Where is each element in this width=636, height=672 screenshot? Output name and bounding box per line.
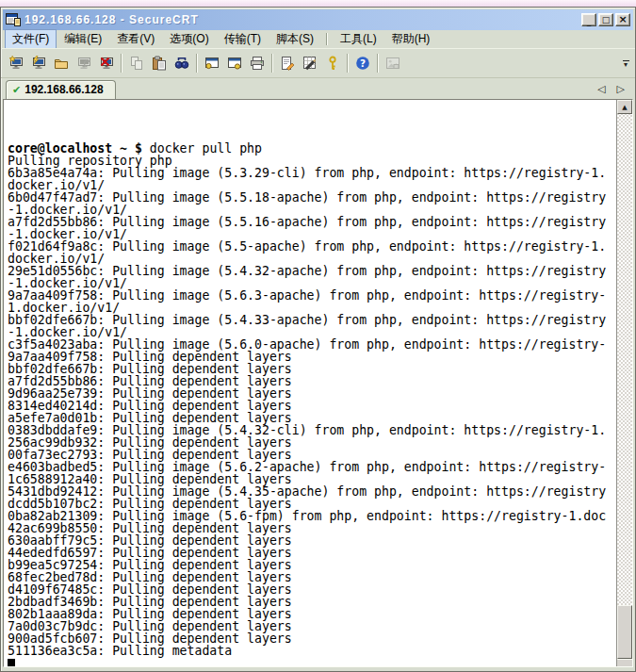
connect-in-tab-icon (54, 56, 69, 71)
print-icon (250, 56, 265, 71)
menu-item-t[interactable]: 传输(T) (217, 29, 269, 49)
close-button[interactable]: × (615, 13, 630, 26)
toolbar-separator (377, 54, 379, 73)
session-window-icon (227, 56, 242, 71)
security-key-button[interactable] (321, 52, 344, 74)
toolbar-overflow-button[interactable]: ▾ (620, 53, 631, 74)
terminal-area: core@localhost ~ $ docker pull phpPullin… (3, 99, 633, 667)
find-icon (174, 56, 189, 71)
reconnect-button (73, 52, 95, 74)
terminal-cursor (8, 659, 15, 666)
close-icon: × (618, 15, 627, 25)
terminal-output[interactable]: core@localhost ~ $ docker pull phpPullin… (5, 100, 615, 666)
security-key-icon (325, 56, 340, 71)
tab-scroll-controls: ◁ ▷ (597, 83, 630, 99)
paste-button[interactable] (148, 52, 171, 74)
maximize-button[interactable]: □ (598, 13, 613, 26)
screen-image-button (382, 52, 404, 74)
keymap-editor-button[interactable] (299, 52, 321, 74)
tab-scroll-left-icon[interactable]: ◁ (597, 83, 605, 95)
disconnect-button[interactable] (95, 52, 118, 74)
print-preview-button[interactable] (201, 52, 223, 74)
toolbar-separator (347, 54, 349, 73)
copy-icon (129, 56, 144, 71)
copy-button (125, 52, 148, 74)
svg-text:?: ? (360, 57, 366, 69)
connect-icon (31, 56, 46, 71)
toolbar-separator (196, 54, 198, 73)
menu-item-h[interactable]: 帮助(H) (384, 29, 438, 49)
toolbar-buttons: ? (5, 52, 404, 74)
maximize-icon: □ (602, 15, 611, 25)
menu-item-v[interactable]: 查看(V) (109, 29, 162, 49)
window-controls: _ □ × (581, 13, 630, 26)
minimize-button[interactable]: _ (581, 13, 596, 26)
scrollbar-down-button[interactable] (617, 659, 632, 666)
quick-connect-icon (8, 56, 24, 71)
desktop-background-strip (0, 0, 636, 7)
securecrt-app-icon[interactable] (6, 12, 21, 27)
session-options-icon (280, 56, 295, 71)
scrollbar-thumb[interactable] (617, 605, 632, 659)
terminal-blank-line (8, 106, 615, 118)
help-icon: ? (355, 56, 370, 71)
terminal-line: 511136ea3c5a: Pulling metadata (8, 645, 615, 657)
print-preview-icon (204, 56, 220, 71)
quick-connect-button[interactable] (5, 52, 27, 74)
session-window-button[interactable] (223, 52, 246, 74)
minimize-icon: _ (587, 17, 592, 26)
menu-separator (326, 33, 328, 45)
session-tab[interactable]: ✔ 192.168.66.128 (6, 80, 116, 99)
scrollbar-up-button[interactable]: ▲ (617, 100, 632, 114)
screen-image-icon (385, 56, 400, 71)
connect-in-tab-button[interactable] (50, 52, 73, 74)
help-button[interactable]: ? (351, 52, 374, 74)
paste-icon (152, 56, 167, 71)
securecrt-window: 192.168.66.128 - SecureCRT _ □ × 文件(F)编辑… (0, 7, 636, 672)
toolbar: ? ▾ (1, 48, 635, 78)
menu-item-f[interactable]: 文件(F) (5, 29, 57, 49)
chevron-down-icon: ▾ (624, 63, 628, 67)
menu-item-l[interactable]: 工具(L) (333, 29, 384, 49)
menubar: 文件(F)编辑(E)查看(V)选项(O)传输(T)脚本(S)工具(L)帮助(H) (1, 30, 635, 48)
terminal-scrollbar[interactable]: ▲ (616, 100, 632, 666)
menu-item-s[interactable]: 脚本(S) (269, 29, 321, 49)
session-tab-label: 192.168.66.128 (24, 83, 103, 96)
reconnect-icon (76, 56, 91, 71)
session-options-button[interactable] (276, 52, 299, 74)
scroll-up-arrow-icon: ▲ (622, 104, 627, 111)
disconnect-icon (99, 56, 114, 71)
find-button[interactable] (171, 52, 193, 74)
menu-item-e[interactable]: 编辑(E) (57, 29, 109, 49)
print-button[interactable] (246, 52, 269, 74)
connected-check-icon: ✔ (12, 85, 21, 95)
terminal-cursor-line (8, 657, 615, 666)
window-title: 192.168.66.128 - SecureCRT (24, 13, 581, 26)
keymap-editor-icon (302, 56, 318, 71)
tabbar: ✔ 192.168.66.128 ◁ ▷ (1, 78, 635, 99)
toolbar-separator (271, 54, 273, 73)
tab-scroll-right-icon[interactable]: ▷ (617, 83, 625, 95)
terminal-blank-line (8, 118, 615, 130)
titlebar[interactable]: 192.168.66.128 - SecureCRT _ □ × (3, 9, 633, 30)
connect-button[interactable] (27, 52, 50, 74)
toolbar-separator (121, 54, 122, 73)
menu-item-o[interactable]: 选项(O) (162, 29, 216, 49)
